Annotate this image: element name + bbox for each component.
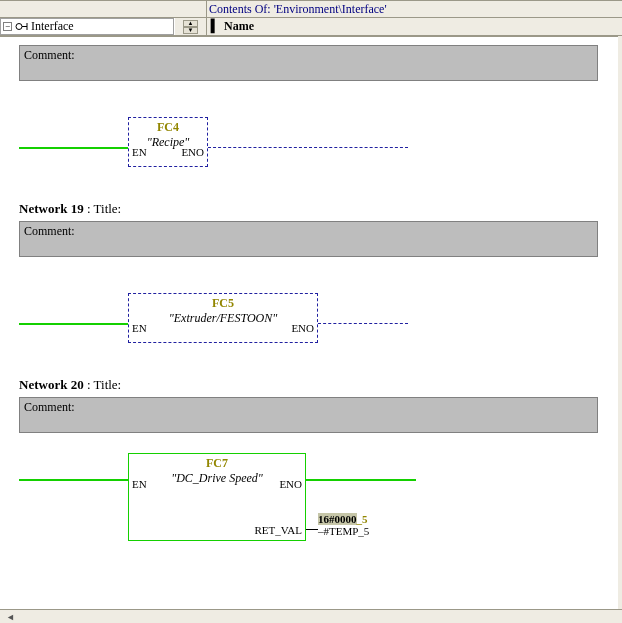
- fc-id: FC4: [129, 118, 207, 135]
- column-grip-icon: ▍: [211, 19, 220, 34]
- network-sep: :: [84, 377, 94, 392]
- network-sep: :: [84, 201, 94, 216]
- pin-en: EN: [132, 478, 147, 490]
- function-block-fc4[interactable]: FC4 "Recipe" EN ENO: [128, 117, 208, 167]
- contents-path: 'Environment\Interface': [274, 2, 387, 16]
- ladder-rung[interactable]: FC5 "Extruder/FESTOON" EN ENO: [19, 285, 622, 365]
- interface-label: Interface: [31, 19, 74, 34]
- contents-of-label: Contents Of: 'Environment\Interface': [207, 1, 622, 17]
- function-block-fc7[interactable]: FC7 "DC_Drive Speed" EN ENO RET_VAL: [128, 453, 306, 541]
- power-rail-out: [306, 479, 416, 481]
- network-title[interactable]: Network 19 : Title:: [0, 197, 622, 221]
- comment-label: Comment:: [24, 48, 75, 62]
- pin-eno: ENO: [279, 478, 302, 490]
- pin-eno: ENO: [181, 146, 204, 158]
- vertical-scrollbar[interactable]: [618, 36, 622, 609]
- network-number: Network 19: [19, 201, 84, 216]
- power-rail-out: [208, 147, 408, 148]
- pin-retval: RET_VAL: [255, 524, 302, 536]
- network-block-19: Network 19 : Title: Comment: FC5 "Extrud…: [0, 197, 622, 365]
- power-rail-in: [19, 147, 128, 149]
- power-rail-in: [19, 479, 128, 481]
- comment-box[interactable]: Comment:: [19, 45, 598, 81]
- network-block: Comment: FC4 "Recipe" EN ENO: [0, 45, 622, 189]
- comment-box[interactable]: Comment:: [19, 221, 598, 257]
- spinner-up-icon[interactable]: ▲: [183, 20, 198, 27]
- interface-tree-root[interactable]: − Interface: [0, 18, 174, 35]
- tree-spinner[interactable]: ▲ ▼: [174, 18, 207, 35]
- contents-prefix: Contents Of:: [209, 2, 274, 16]
- column-header-name[interactable]: ▍ Name: [207, 18, 622, 35]
- svg-point-0: [16, 24, 22, 30]
- ladder-rung[interactable]: FC4 "Recipe" EN ENO: [19, 109, 622, 189]
- network-block-20: Network 20 : Title: Comment: FC7 "DC_Dri…: [0, 373, 622, 571]
- retval-connector: [306, 529, 318, 530]
- network-title-label: Title:: [94, 377, 122, 392]
- function-block-fc5[interactable]: FC5 "Extruder/FESTOON" EN ENO: [128, 293, 318, 343]
- pin-en: EN: [132, 146, 147, 158]
- network-number: Network 20: [19, 377, 84, 392]
- header-row: − Interface ▲ ▼ ▍ Name: [0, 18, 622, 36]
- retval-value[interactable]: 16#0000_5 –#TEMP_5: [318, 513, 369, 537]
- network-title[interactable]: Network 20 : Title:: [0, 373, 622, 397]
- tree-collapse-icon[interactable]: −: [3, 22, 12, 31]
- scroll-left-icon[interactable]: ◄: [6, 612, 15, 622]
- fc-desc: "Extruder/FESTOON": [129, 311, 317, 326]
- power-rail-out: [318, 323, 408, 324]
- ladder-editor[interactable]: Comment: FC4 "Recipe" EN ENO Network 19 …: [0, 36, 622, 609]
- network-title-label: Title:: [94, 201, 122, 216]
- interface-icon: [15, 20, 28, 33]
- pin-en: EN: [132, 322, 147, 334]
- comment-label: Comment:: [24, 400, 75, 414]
- power-rail-in: [19, 323, 128, 325]
- comment-label: Comment:: [24, 224, 75, 238]
- ladder-rung[interactable]: FC7 "DC_Drive Speed" EN ENO RET_VAL 16#0…: [19, 451, 622, 571]
- retval-suffix: _5: [357, 513, 368, 525]
- column-name-label: Name: [224, 19, 254, 34]
- pin-eno: ENO: [291, 322, 314, 334]
- fc-id: FC7: [129, 454, 305, 471]
- fc-id: FC5: [129, 294, 317, 311]
- title-bar: Contents Of: 'Environment\Interface': [0, 0, 622, 18]
- horizontal-scrollbar[interactable]: ◄: [0, 609, 622, 623]
- spinner-down-icon[interactable]: ▼: [183, 27, 198, 34]
- retval-hex: 16#0000: [318, 513, 357, 525]
- comment-box[interactable]: Comment:: [19, 397, 598, 433]
- retval-temp: #TEMP_5: [324, 525, 370, 537]
- title-bar-left-gap: [0, 1, 207, 17]
